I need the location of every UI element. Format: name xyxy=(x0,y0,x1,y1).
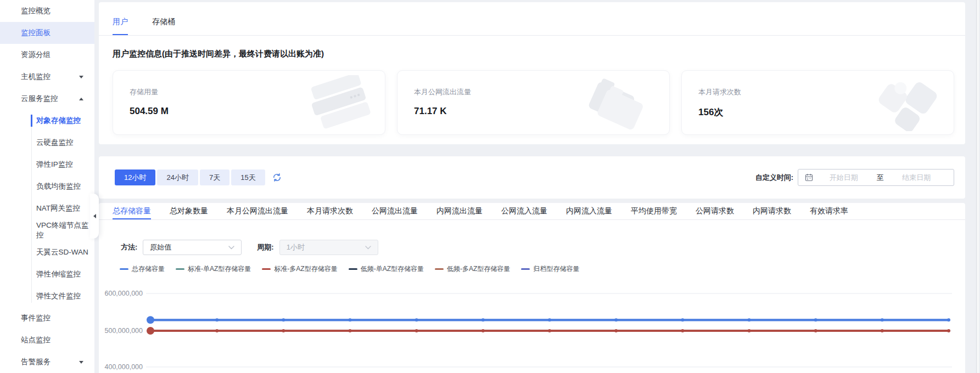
range-button-24h[interactable]: 24小时 xyxy=(157,169,198,185)
legend-dash xyxy=(521,268,530,270)
vertical-scrollbar[interactable] xyxy=(976,0,980,373)
legend-dash xyxy=(435,268,444,270)
card-monthly-public-outflow: 本月公网流出流量 71.17 K xyxy=(397,70,670,135)
caret-up-icon xyxy=(79,98,83,100)
metric-tab-public-outflow[interactable]: 公网流出流量 xyxy=(372,203,418,219)
svg-text:400,000,000: 400,000,000 xyxy=(104,363,143,371)
collapse-left-icon xyxy=(93,214,96,218)
legend-dash xyxy=(262,268,271,270)
chevron-down-icon xyxy=(365,246,371,250)
legend-dash xyxy=(120,268,128,270)
date-range-picker[interactable]: 开始日期 至 结束日期 xyxy=(798,169,954,186)
legend-item-standard-single-az[interactable]: 标准-单AZ型存储容量 xyxy=(176,264,251,274)
sidebar-item-alarm-service[interactable]: 告警服务 xyxy=(0,351,94,373)
monitoring-dashboard: 监控概览 监控面板 资源分组 主机监控 云服务监控 对象存储监控 云硬盘监控 弹… xyxy=(0,0,980,373)
metric-tab-monthly-requests[interactable]: 本月请求次数 xyxy=(307,203,353,219)
sidebar-item-host-monitor[interactable]: 主机监控 xyxy=(0,66,94,88)
sidebar-item-cloud-service-monitor[interactable]: 云服务监控 xyxy=(0,88,94,110)
tab-user[interactable]: 用户 xyxy=(113,17,128,35)
range-button-7d[interactable]: 7天 xyxy=(200,169,229,185)
legend-dash xyxy=(176,268,184,270)
svg-text:500,000,000: 500,000,000 xyxy=(104,327,143,335)
range-button-12h[interactable]: 12小时 xyxy=(115,169,155,185)
legend-item-ia-single-az[interactable]: 低频-单AZ型存储容量 xyxy=(349,264,424,274)
card-storage-usage: 存储用量 504.59 M xyxy=(113,70,385,135)
sidebar-item-monitor-panel[interactable]: 监控面板 xyxy=(0,22,94,44)
chart-filters: 方法: 原始值 周期: 1小时 xyxy=(121,240,394,255)
metric-tab-private-outflow[interactable]: 内网流出流量 xyxy=(436,203,483,219)
method-label: 方法: xyxy=(121,242,137,252)
period-label: 周期: xyxy=(257,242,273,252)
card-monthly-requests: 本月请求次数 156次 xyxy=(681,70,954,135)
tab-bucket[interactable]: 存储桶 xyxy=(152,17,175,35)
billing-notice: 用户监控信息(由于推送时间差异，最终计费请以出账为准) xyxy=(113,49,965,59)
range-button-15d[interactable]: 15天 xyxy=(231,169,265,185)
chart-panel: 总存储容量 总对象数量 本月公网流出流量 本月请求次数 公网流出流量 内网流出流… xyxy=(99,203,965,373)
sidebar-item-vpc-endpoint-monitor[interactable]: VPC终端节点监控 xyxy=(0,219,94,241)
custom-time-label: 自定义时间: xyxy=(755,173,793,183)
metric-tab-private-inflow[interactable]: 内网流入流量 xyxy=(566,203,612,219)
folder-illustration xyxy=(585,75,662,131)
sidebar-item-loadbalancer-monitor[interactable]: 负载均衡监控 xyxy=(0,176,94,197)
server-stack-illustration xyxy=(300,75,377,131)
time-controls-panel: 12小时 24小时 7天 15天 自定义时间: xyxy=(99,156,965,199)
legend-item-standard-multi-az[interactable]: 标准-多AZ型存储容量 xyxy=(262,264,337,274)
caret-down-icon xyxy=(79,361,83,364)
sidebar-item-event-monitor[interactable]: 事件监控 xyxy=(0,307,94,329)
metric-tab-private-request-count[interactable]: 内网请求数 xyxy=(753,203,791,219)
sidebar-item-eip-monitor[interactable]: 弹性IP监控 xyxy=(0,154,94,176)
custom-time-group: 自定义时间: 开始日期 至 结束日期 xyxy=(755,169,954,186)
metric-tab-total-objects[interactable]: 总对象数量 xyxy=(170,203,208,219)
metric-tab-monthly-public-outflow[interactable]: 本月公网流出流量 xyxy=(227,203,288,219)
time-controls-row: 12小时 24小时 7天 15天 自定义时间: xyxy=(115,169,954,186)
metric-tab-valid-request-rate[interactable]: 有效请求率 xyxy=(810,203,848,219)
sidebar-item-nat-gateway-monitor[interactable]: NAT网关监控 xyxy=(0,197,94,219)
sidebar-item-elastic-file-monitor[interactable]: 弹性文件监控 xyxy=(0,285,94,307)
sidebar-subgroup-cloud-services: 对象存储监控 云硬盘监控 弹性IP监控 负载均衡监控 NAT网关监控 VPC终端… xyxy=(0,110,94,307)
svg-text:600,000,000: 600,000,000 xyxy=(104,290,143,297)
calendar-icon xyxy=(805,173,813,182)
sidebar: 监控概览 监控面板 资源分组 主机监控 云服务监控 对象存储监控 云硬盘监控 弹… xyxy=(0,0,94,373)
legend-item-ia-multi-az[interactable]: 低频-多AZ型存储容量 xyxy=(435,264,510,274)
user-monitor-panel: 用户 存储桶 用户监控信息(由于推送时间差异，最终计费请以出账为准) 存储用量 … xyxy=(99,2,965,144)
sidebar-item-sdwan[interactable]: 天翼云SD-WAN xyxy=(0,241,94,263)
chevron-down-icon xyxy=(228,246,234,250)
sidebar-item-site-monitor[interactable]: 站点监控 xyxy=(0,329,94,351)
metric-cards: 存储用量 504.59 M 本月公网流出流量 71.17 K xyxy=(113,70,954,135)
sidebar-item-monitor-overview[interactable]: 监控概览 xyxy=(0,0,94,22)
entity-tabs: 用户 存储桶 xyxy=(99,2,965,36)
caret-down-icon xyxy=(79,76,83,78)
date-separator: 至 xyxy=(875,173,886,183)
sidebar-collapse-handle[interactable] xyxy=(90,194,99,239)
refresh-icon[interactable] xyxy=(272,173,282,182)
metric-tab-total-storage[interactable]: 总存储容量 xyxy=(113,203,151,219)
period-select[interactable]: 1小时 xyxy=(279,240,378,255)
legend-item-total-storage[interactable]: 总存储容量 xyxy=(120,264,165,274)
metric-tab-avg-bandwidth[interactable]: 平均使用带宽 xyxy=(631,203,677,219)
sidebar-item-object-storage-monitor[interactable]: 对象存储监控 xyxy=(0,110,94,132)
active-indicator-bar xyxy=(31,115,32,127)
blocks-illustration xyxy=(869,75,946,131)
sidebar-item-autoscaling-monitor[interactable]: 弹性伸缩监控 xyxy=(0,263,94,285)
start-date-placeholder[interactable]: 开始日期 xyxy=(813,173,875,183)
legend-item-archive[interactable]: 归档型存储容量 xyxy=(521,264,579,274)
legend-dash xyxy=(349,268,357,270)
metric-tab-public-inflow[interactable]: 公网流入流量 xyxy=(501,203,547,219)
sidebar-item-cloud-disk-monitor[interactable]: 云硬盘监控 xyxy=(0,132,94,154)
sidebar-item-resource-group[interactable]: 资源分组 xyxy=(0,44,94,66)
chart-legend: 总存储容量 标准-单AZ型存储容量 标准-多AZ型存储容量 低频-单AZ型存储容… xyxy=(120,264,579,274)
metric-tabs: 总存储容量 总对象数量 本月公网流出流量 本月请求次数 公网流出流量 内网流出流… xyxy=(99,203,965,220)
metric-tab-public-request-count[interactable]: 公网请求数 xyxy=(696,203,734,219)
method-select[interactable]: 原始值 xyxy=(143,240,242,255)
end-date-placeholder[interactable]: 结束日期 xyxy=(886,173,948,183)
storage-line-chart[interactable]: 600,000,000500,000,000400,000,000 xyxy=(109,286,954,373)
